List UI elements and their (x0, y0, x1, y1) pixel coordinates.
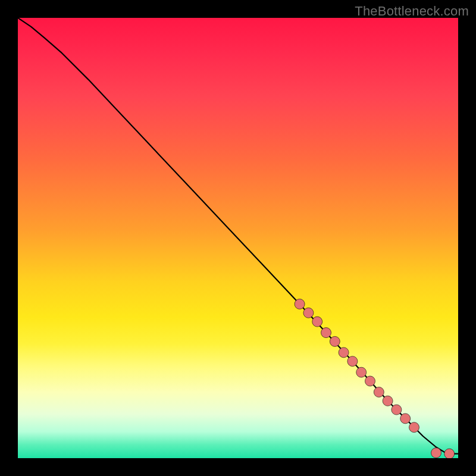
chart-svg (18, 18, 458, 458)
marker-dot (400, 414, 411, 424)
marker-dot (383, 396, 393, 406)
marker-dot (330, 336, 340, 346)
marker-dot (444, 449, 455, 458)
marker-dot (365, 376, 375, 386)
marker-dot (339, 347, 349, 358)
marker-group (295, 299, 455, 459)
marker-dot (321, 328, 331, 338)
marker-dot (356, 367, 367, 377)
chart-frame: TheBottleneck.com (0, 0, 476, 476)
marker-dot (431, 448, 441, 458)
marker-dot (312, 317, 322, 327)
plot-area (18, 18, 458, 458)
marker-dot (347, 356, 358, 367)
marker-dot (295, 299, 305, 309)
marker-dot (303, 308, 314, 318)
marker-dot (374, 387, 384, 397)
watermark-text: TheBottleneck.com (355, 4, 469, 19)
marker-dot (409, 422, 419, 433)
curve-line (18, 18, 458, 454)
marker-dot (392, 405, 402, 415)
